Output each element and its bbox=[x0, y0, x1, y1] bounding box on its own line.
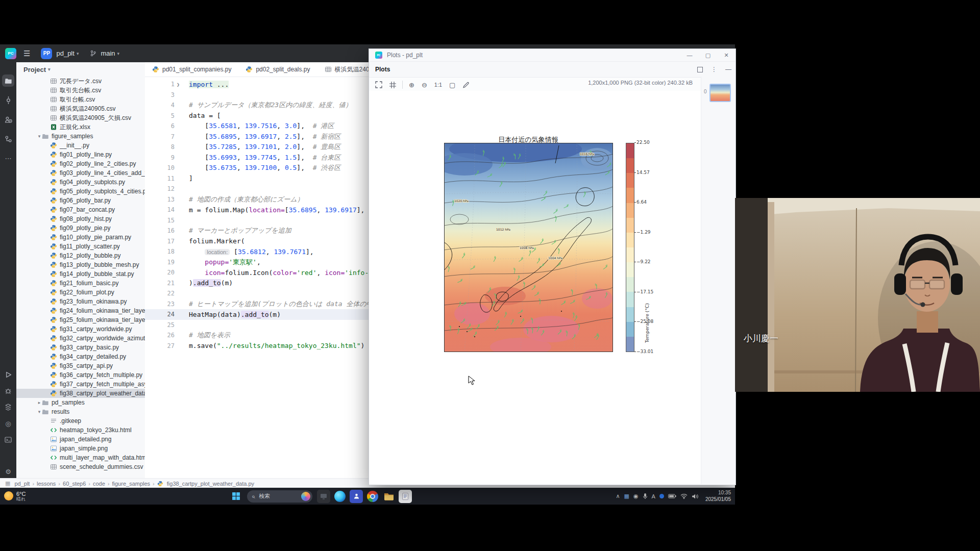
fit-canvas-icon[interactable]: ▢ bbox=[449, 81, 455, 89]
main-menu-icon[interactable]: ☰ bbox=[23, 49, 31, 58]
tree-file[interactable]: fig23_folium_okinawa.py bbox=[16, 297, 145, 306]
tree-file[interactable]: .gitkeep bbox=[16, 416, 145, 425]
project-name[interactable]: pd_plt bbox=[56, 49, 74, 57]
breadcrumb-item[interactable]: 60_step6 bbox=[63, 481, 86, 487]
structure-tool-icon[interactable] bbox=[2, 133, 14, 145]
edge-app-icon[interactable] bbox=[333, 490, 347, 503]
tree-file[interactable]: fig03_plotly_line_4_cities_add_trace.p bbox=[16, 168, 145, 178]
tree-file[interactable]: scene_schedule_dummies.csv bbox=[16, 462, 145, 471]
color-picker-icon[interactable] bbox=[462, 82, 469, 88]
run-tool-icon[interactable] bbox=[2, 368, 14, 381]
tray-eye-icon[interactable]: ◉ bbox=[633, 493, 639, 499]
project-panel-header[interactable]: Project ▾ bbox=[16, 62, 145, 77]
tree-file[interactable]: fig02_plotly_line_2_cities.py bbox=[16, 159, 145, 168]
tree-file[interactable]: fig09_plotly_pie.py bbox=[16, 223, 145, 233]
fold-arrow-icon[interactable]: ❯ bbox=[177, 82, 182, 87]
zoom-actual-size[interactable]: 1:1 bbox=[434, 82, 442, 88]
tree-file[interactable]: fig05_plotly_subplots_4_cities.py bbox=[16, 187, 145, 196]
chevron-down-icon[interactable]: ▾ bbox=[37, 134, 42, 139]
teams-app-icon[interactable] bbox=[350, 490, 363, 503]
plot-thumbnail[interactable] bbox=[709, 84, 731, 102]
tree-file[interactable]: multi_layer_map_with_data.html bbox=[16, 453, 145, 462]
maximize-button[interactable]: ▢ bbox=[699, 52, 717, 59]
tree-file[interactable]: fig06_plotly_bar.py bbox=[16, 196, 145, 205]
wifi-icon[interactable] bbox=[680, 493, 688, 499]
chevron-right-icon[interactable]: ▸ bbox=[37, 400, 42, 405]
tree-folder-pd_samples[interactable]: ▸pd_samples bbox=[16, 398, 145, 407]
tree-file[interactable]: fig37_cartpy_fetch_multiple_async.py bbox=[16, 380, 145, 389]
tree-file[interactable]: fig35_cartpy_api.py bbox=[16, 361, 145, 370]
microphone-icon[interactable] bbox=[643, 493, 648, 499]
start-button[interactable] bbox=[229, 490, 242, 503]
grid-crop-icon[interactable] bbox=[389, 82, 396, 88]
zoom-out-icon[interactable]: ⊖ bbox=[422, 81, 427, 89]
breadcrumb-item[interactable]: figure_samples bbox=[112, 481, 151, 487]
tree-file[interactable]: fig08_plotly_hist.py bbox=[16, 214, 145, 223]
chrome-app-icon[interactable] bbox=[366, 490, 379, 503]
notepad-app-icon[interactable] bbox=[399, 490, 412, 503]
tree-file[interactable]: 横浜気温240905_欠損.csv bbox=[16, 113, 145, 122]
tree-file[interactable]: 横浜気温240905.csv bbox=[16, 104, 145, 113]
file-explorer-icon[interactable] bbox=[382, 490, 396, 503]
close-button[interactable]: ✕ bbox=[717, 52, 736, 59]
tree-file[interactable]: 取引先台帳.csv bbox=[16, 86, 145, 95]
breadcrumb-item[interactable]: fig38_cartpy_plot_weather_data.py bbox=[167, 481, 254, 487]
editor-tab-pd01_split_companies.py[interactable]: pd01_split_companies.py bbox=[145, 62, 238, 77]
problems-tool-icon[interactable]: ◎ bbox=[2, 417, 14, 430]
taskbar-clock[interactable]: 10:35 2025/01/05 bbox=[705, 490, 731, 503]
tree-file[interactable]: fig24_folium_okinawa_tier_layers.py bbox=[16, 306, 145, 315]
tree-file[interactable]: fig12_plotly_bubble.py bbox=[16, 251, 145, 260]
desktops-app-icon[interactable] bbox=[317, 490, 330, 503]
terminal-tool-icon[interactable] bbox=[2, 434, 14, 446]
tree-file[interactable]: fig22_folium_plot.py bbox=[16, 288, 145, 297]
float-mode-icon[interactable] bbox=[697, 67, 703, 72]
services-tool-icon[interactable] bbox=[2, 401, 14, 413]
tree-folder-figure_samples[interactable]: ▾figure_samples bbox=[16, 132, 145, 141]
ime-mode-indicator[interactable]: A bbox=[652, 493, 655, 499]
breadcrumb[interactable]: pd_plt›lessons›60_step6›code›figure_samp… bbox=[14, 480, 254, 487]
tree-file[interactable]: fig38_cartpy_plot_weather_data.py bbox=[16, 389, 145, 398]
vcs-branch-widget[interactable]: main ▾ bbox=[90, 49, 119, 57]
editor-tab-pd02_split_deals.py[interactable]: pd02_split_deals.py bbox=[238, 62, 317, 77]
tree-file[interactable]: japan_simple.png bbox=[16, 444, 145, 453]
breadcrumb-item[interactable]: pd_plt bbox=[14, 481, 30, 487]
tree-file[interactable]: fig32_cartpy_worldwide_azimuthal_m bbox=[16, 334, 145, 343]
tree-file[interactable]: fig01_plotly_line.py bbox=[16, 150, 145, 159]
hide-tool-icon[interactable]: — bbox=[725, 66, 731, 73]
battery-icon[interactable] bbox=[668, 493, 676, 499]
tree-file[interactable]: fig36_cartpy_fetch_multiple.py bbox=[16, 370, 145, 380]
tree-file[interactable]: fig14_plotly_bubble_stat.py bbox=[16, 269, 145, 279]
pull-requests-tool-icon[interactable] bbox=[2, 113, 14, 126]
zoom-in-icon[interactable]: ⊕ bbox=[409, 81, 414, 89]
chevron-down-icon[interactable]: ▾ bbox=[37, 409, 42, 414]
tree-file[interactable]: fig25_folium_okinawa_tier_layers_wit bbox=[16, 315, 145, 324]
tree-file[interactable]: fig34_cartpy_detailed.py bbox=[16, 352, 145, 361]
breadcrumb-item[interactable]: code bbox=[93, 481, 105, 487]
tray-grid-icon[interactable]: ▦ bbox=[624, 493, 629, 499]
project-badge[interactable]: PP bbox=[41, 48, 52, 59]
minimize-button[interactable]: — bbox=[680, 52, 699, 58]
debug-tool-icon[interactable] bbox=[2, 385, 14, 397]
tree-file[interactable]: japan_detailed.png bbox=[16, 435, 145, 444]
search-box[interactable]: ⌕ 検索 bbox=[247, 490, 312, 503]
tree-file[interactable]: fig10_plotly_pie_param.py bbox=[16, 233, 145, 242]
settings-gear-icon[interactable]: ⚙ bbox=[2, 465, 14, 478]
tree-file[interactable]: fig31_cartpy_worldwide.py bbox=[16, 324, 145, 334]
commit-tool-icon[interactable] bbox=[2, 94, 14, 106]
tree-file[interactable]: __init__.py bbox=[16, 141, 145, 150]
tree-file[interactable]: fig13_plotly_bubble_mesh.py bbox=[16, 260, 145, 269]
window-icon[interactable]: ▦ bbox=[5, 480, 10, 487]
options-menu-icon[interactable]: ⋮ bbox=[711, 66, 717, 73]
tree-file[interactable]: heatmap_tokyo_23ku.html bbox=[16, 425, 145, 435]
plots-window-title-bar[interactable]: PC Plots - pd_plt — ▢ ✕ bbox=[369, 49, 736, 62]
tree-file[interactable]: fig11_plotly_scatter.py bbox=[16, 242, 145, 251]
tree-file[interactable]: 冗長データ.csv bbox=[16, 77, 145, 86]
tree-file[interactable]: fig21_folium_basic.py bbox=[16, 279, 145, 288]
weather-widget[interactable]: 6°C 晴れ bbox=[4, 491, 26, 502]
more-tools-icon[interactable]: ⋯ bbox=[2, 152, 14, 164]
tree-file[interactable]: 正規化.xlsx bbox=[16, 122, 145, 132]
bluetooth-tray-icon[interactable] bbox=[659, 494, 664, 498]
tree-folder-results[interactable]: ▾results bbox=[16, 407, 145, 416]
fit-to-window-icon[interactable] bbox=[375, 81, 382, 88]
tree-file[interactable]: fig04_plotly_subplots.py bbox=[16, 178, 145, 187]
